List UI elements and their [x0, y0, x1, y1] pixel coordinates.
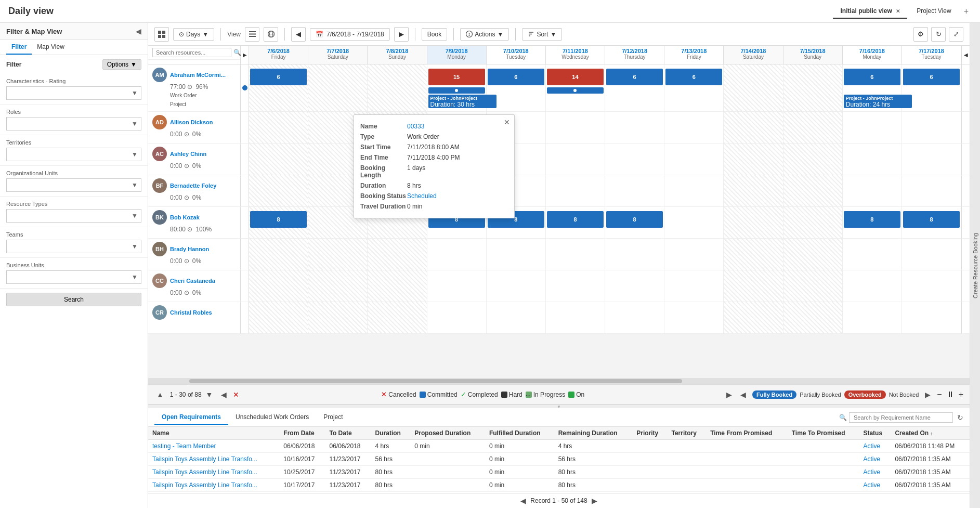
table-cell[interactable]: Active — [859, 440, 891, 453]
left-panel-collapse-button[interactable]: ◀ — [136, 27, 141, 35]
table-cell[interactable]: Tailspin Toys Assembly Line Transfo... — [148, 479, 279, 492]
requirement-name-link[interactable]: testing - Team Member — [152, 442, 216, 450]
actions-button[interactable]: Actions ▼ — [460, 28, 509, 41]
territories-dropdown[interactable]: ▼ — [6, 148, 141, 161]
booking-block[interactable]: 6 — [488, 69, 544, 85]
pause-button[interactable]: ⏸ — [946, 390, 955, 399]
chevron-down-icon-7: ▼ — [132, 273, 138, 281]
popup-close-button[interactable]: ✕ — [504, 118, 510, 126]
org-units-dropdown[interactable]: ▼ — [6, 178, 141, 192]
booking-block[interactable]: 8 — [844, 211, 900, 228]
list-view-button[interactable] — [245, 27, 259, 42]
collapse-rows-button[interactable]: ▲ — [154, 390, 166, 399]
status-badge[interactable]: Active — [863, 455, 880, 463]
filter-options-button[interactable]: Options ▼ — [102, 59, 141, 70]
resource-search-input[interactable] — [152, 48, 231, 57]
settings-icon-btn[interactable]: ⚙ — [913, 27, 928, 42]
table-next-button[interactable]: ▶ — [592, 497, 597, 505]
refresh-table-button[interactable]: ↻ — [957, 413, 963, 422]
expand-pagination-button[interactable]: ▼ — [204, 390, 215, 399]
tab-unscheduled-work-orders[interactable]: Unscheduled Work Orders — [228, 410, 316, 425]
requirement-name-link[interactable]: Tailspin Toys Assembly Line Transfo... — [152, 468, 257, 476]
resource-name-link[interactable]: Brady Hannon — [170, 246, 209, 252]
row-expand-dot[interactable] — [242, 85, 247, 90]
resource-name-link[interactable]: Cheri Castaneda — [170, 278, 215, 284]
prev-booking-legend-button[interactable]: ◀ — [738, 390, 748, 399]
table-cell[interactable]: Active — [859, 453, 891, 466]
horizontal-scrollbar[interactable] — [148, 378, 970, 384]
grid-view-icon-btn[interactable] — [154, 27, 169, 42]
work-order-booking-block[interactable] — [547, 87, 604, 94]
characteristics-dropdown[interactable]: ▼ — [6, 86, 141, 100]
prev-date-button[interactable]: ◀ — [291, 27, 306, 42]
booking-block[interactable]: 8 — [903, 211, 960, 228]
requirement-search-input[interactable] — [849, 412, 953, 423]
table-cell[interactable]: Tailspin Toys Assembly Line Transfo... — [148, 466, 279, 479]
work-order-booking-block[interactable] — [428, 87, 485, 94]
left-panel-search-button[interactable]: Search — [6, 293, 141, 306]
business-units-dropdown[interactable]: ▼ — [6, 270, 141, 284]
filter-tab[interactable]: Filter — [6, 40, 32, 55]
col-fulfilled-duration: Fulfilled Duration — [485, 427, 554, 440]
add-tab-button[interactable]: + — [961, 7, 972, 16]
project-booking-block[interactable]: Project - JohnProject Duration: 24 hrs — [844, 95, 912, 108]
booking-block[interactable]: 8 — [606, 211, 663, 228]
globe-view-button[interactable] — [264, 27, 278, 42]
tab-close-icon[interactable]: ✕ — [896, 8, 900, 14]
booking-block[interactable]: 8 — [547, 211, 604, 228]
map-view-tab[interactable]: Map View — [32, 40, 69, 55]
popup-booking-status-value[interactable]: Scheduled — [407, 192, 508, 200]
next-date-button[interactable]: ▶ — [394, 27, 409, 42]
tab-project-view[interactable]: Project View — [909, 4, 958, 19]
resource-types-dropdown[interactable]: ▼ — [6, 209, 141, 223]
expand-row-button[interactable]: ▶ — [241, 46, 249, 64]
resource-name-link[interactable]: Bernadette Foley — [170, 183, 216, 189]
scroll-thumb[interactable] — [189, 379, 682, 383]
table-cell[interactable]: Active — [859, 466, 891, 479]
create-resource-booking-label[interactable]: Create Resource Booking — [972, 229, 978, 303]
roles-dropdown[interactable]: ▼ — [6, 117, 141, 131]
booking-block[interactable]: 6 — [665, 69, 722, 85]
fullscreen-icon-btn[interactable]: ⤢ — [949, 27, 963, 42]
requirement-name-link[interactable]: Tailspin Toys Assembly Line Transfo... — [152, 455, 257, 463]
status-badge[interactable]: Active — [863, 481, 880, 489]
next-legend-button[interactable]: ▶ — [724, 390, 734, 399]
resource-name-link[interactable]: Abraham McCormi... — [170, 72, 226, 78]
zoom-out-button[interactable]: − — [937, 390, 942, 399]
table-cell[interactable]: Active — [859, 479, 891, 492]
status-badge[interactable]: Active — [863, 468, 880, 476]
tab-project[interactable]: Project — [316, 410, 350, 425]
filter-resource-types: Resource Types ▼ — [0, 197, 148, 227]
resource-name-link[interactable]: Christal Robles — [170, 309, 212, 316]
booking-block[interactable]: 14 — [547, 69, 604, 85]
days-button[interactable]: ⊙ Days ▼ — [173, 28, 214, 41]
project-booking-block[interactable]: Project - JohnProject Duration: 30 hrs — [428, 95, 496, 108]
collapse-right-button[interactable]: ◀ — [961, 46, 970, 64]
booking-block[interactable]: 6 — [250, 69, 307, 85]
booking-block[interactable]: 6 — [606, 69, 663, 85]
popup-name-value[interactable]: 00333 — [407, 123, 508, 130]
booking-block[interactable]: 8 — [250, 211, 307, 228]
table-cell[interactable]: Tailspin Toys Assembly Line Transfo... — [148, 453, 279, 466]
requirement-name-link[interactable]: Tailspin Toys Assembly Line Transfo... — [152, 481, 257, 489]
prev-legend-button[interactable]: ◀ — [219, 390, 229, 399]
zoom-in-button[interactable]: + — [959, 390, 963, 399]
resource-name-link[interactable]: Bob Kozak — [170, 214, 200, 220]
booking-block[interactable]: 15 — [428, 69, 485, 85]
next-booking-legend-button[interactable]: ▶ — [923, 390, 933, 399]
refresh-icon-btn[interactable]: ↻ — [931, 27, 946, 42]
teams-dropdown[interactable]: ▼ — [6, 240, 141, 253]
book-button[interactable]: Book — [422, 28, 447, 41]
sort-button[interactable]: Sort ▼ — [522, 28, 562, 41]
table-cell[interactable]: testing - Team Member — [148, 440, 279, 453]
booking-block[interactable]: 6 — [844, 69, 900, 85]
search-icon[interactable]: 🔍 — [233, 49, 241, 56]
table-prev-button[interactable]: ◀ — [520, 497, 526, 505]
tab-open-requirements[interactable]: Open Requirements — [154, 410, 228, 425]
tab-initial-public-view[interactable]: Initial public view ✕ — [833, 4, 907, 19]
resource-name-link[interactable]: Ashley Chinn — [170, 151, 206, 157]
resource-name-link[interactable]: Allison Dickson — [170, 119, 213, 125]
requirement-search-box: 🔍 — [839, 412, 953, 423]
status-badge[interactable]: Active — [863, 442, 880, 450]
booking-block[interactable]: 6 — [903, 69, 960, 85]
